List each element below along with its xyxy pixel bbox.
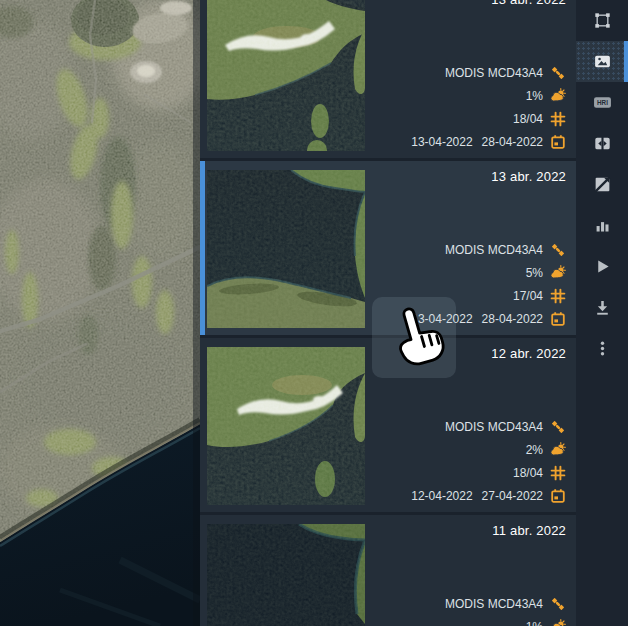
tile-grid-icon [550, 111, 566, 127]
download-button[interactable] [576, 287, 628, 328]
result-cloud-cover: 5% [526, 261, 566, 284]
frame-corners-icon [593, 11, 612, 30]
play-icon [593, 257, 612, 276]
result-tile-count: 18/04 [513, 107, 566, 130]
aerial-basemap[interactable] [0, 0, 200, 626]
result-date-title: 11 abr. 2022 [492, 523, 566, 538]
result-date-range: 13-04-2022 28-04-2022 [411, 307, 566, 330]
result-dataset: MODIS MCD43A4 [445, 415, 566, 438]
cloud-sun-icon [550, 619, 566, 626]
satellite-icon [550, 596, 566, 612]
result-date-range: 13-04-2022 28-04-2022 [411, 130, 566, 153]
area-select-button[interactable] [576, 0, 628, 41]
result-item[interactable]: 12 abr. 2022 MODIS MCD43A4 [200, 338, 576, 512]
result-tile-count: 18/04 [513, 461, 566, 484]
result-thumbnail[interactable] [207, 524, 365, 626]
cloud-sun-icon [550, 88, 566, 104]
result-dataset: MODIS MCD43A4 [445, 592, 566, 615]
download-icon [593, 298, 612, 317]
result-date-title: 13 abr. 2022 [491, 169, 566, 184]
calendar-icon[interactable] [550, 488, 566, 504]
result-date-range: 12-04-2022 27-04-2022 [411, 484, 566, 507]
folded-map-icon [593, 175, 612, 194]
result-thumbnail[interactable] [207, 0, 365, 151]
calendar-icon[interactable] [550, 311, 566, 327]
result-dataset: MODIS MCD43A4 [445, 238, 566, 261]
result-cloud-cover: 1% [526, 615, 566, 626]
result-tile-count: 17/04 [513, 284, 566, 307]
result-dataset: MODIS MCD43A4 [445, 61, 566, 84]
kebab-menu-icon [593, 339, 612, 358]
right-toolbar: HRI [576, 0, 628, 626]
imagery-results-button[interactable] [576, 41, 628, 82]
hri-badge-icon: HRI [593, 93, 612, 112]
satellite-icon [550, 242, 566, 258]
result-item-selected[interactable]: 13 abr. 2022 MODIS MCD43A4 5% [200, 161, 576, 335]
split-compare-icon [593, 134, 612, 153]
image-icon [593, 52, 612, 71]
result-cloud-cover: 2% [526, 438, 566, 461]
result-date-title: 12 abr. 2022 [491, 346, 566, 361]
result-item[interactable]: 13 abr. 2022 MODIS MCD43A4 [200, 0, 576, 158]
tile-grid-icon [550, 288, 566, 304]
satellite-icon [550, 65, 566, 81]
result-date-title: 13 abr. 2022 [491, 0, 566, 7]
cloud-sun-icon [550, 442, 566, 458]
result-thumbnail[interactable] [207, 347, 365, 505]
satellite-icon [550, 419, 566, 435]
more-options-button[interactable] [576, 328, 628, 369]
timelapse-button[interactable] [576, 246, 628, 287]
statistics-button[interactable] [576, 205, 628, 246]
high-res-imagery-button[interactable]: HRI [576, 82, 628, 123]
bar-chart-icon [593, 216, 612, 235]
selected-indicator-bar [200, 161, 205, 335]
result-item[interactable]: 11 abr. 2022 MODIS MCD43A4 1% [200, 515, 576, 626]
results-panel: 13 abr. 2022 MODIS MCD43A4 [200, 0, 576, 626]
tile-grid-icon [550, 465, 566, 481]
result-cloud-cover: 1% [526, 84, 566, 107]
svg-text:HRI: HRI [597, 99, 608, 106]
folded-map-button[interactable] [576, 164, 628, 205]
calendar-icon[interactable] [550, 134, 566, 150]
compare-button[interactable] [576, 123, 628, 164]
result-thumbnail[interactable] [207, 170, 365, 328]
cloud-sun-icon [550, 265, 566, 281]
